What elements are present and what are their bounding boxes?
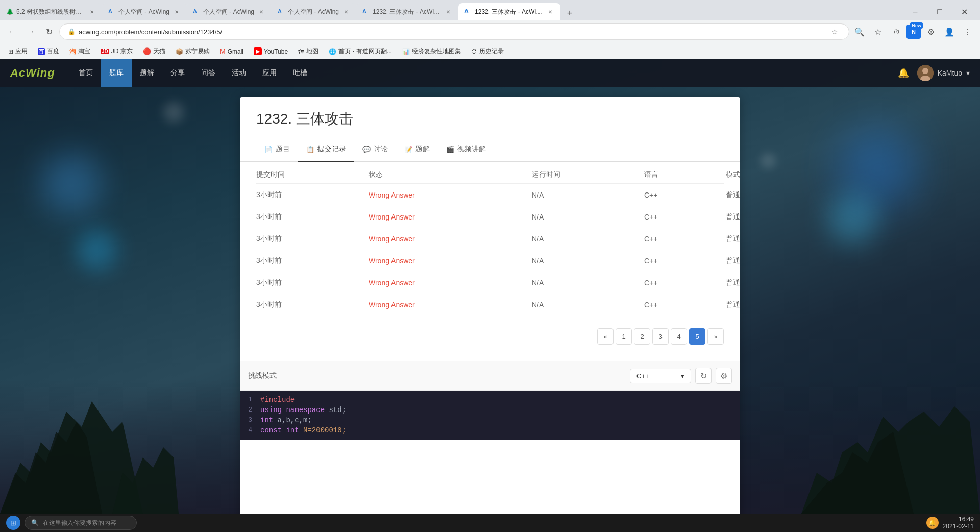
td-lang-5: C++ [644,301,726,309]
user-profile[interactable]: KaMtuo ▾ [917,65,970,81]
bookmark-youdao[interactable]: 🌐 首页 - 有道网页翻... [325,46,396,57]
tab-1[interactable]: 🌲 5.2 树状数组和线段树（习... ✕ [0,3,102,20]
td-status-3[interactable]: Wrong Answer [369,257,532,265]
nav-solutions[interactable]: 题解 [132,59,162,87]
bookmark-button[interactable]: ☆ [870,23,886,40]
page-1[interactable]: 1 [616,328,632,345]
tab-1-close[interactable]: ✕ [88,8,96,16]
tab-video[interactable]: 🎬 视频讲解 [438,137,494,162]
tab-problem[interactable]: 📄 题目 [256,137,298,162]
tab-3[interactable]: A 个人空间 - AcWing ✕ [187,3,272,20]
bookmark-suning[interactable]: 📦 苏宁易购 [172,46,214,57]
start-button[interactable]: ⊞ [6,516,20,530]
bookmark-gmail[interactable]: M Gmail [216,46,248,56]
minimize-button[interactable]: – [903,3,927,20]
tab-submissions-label: 提交记录 [317,144,346,154]
table-row[interactable]: 3小时前 Wrong Answer N/A C++ 普通 [256,206,724,228]
td-status-0[interactable]: Wrong Answer [369,191,532,199]
tab-4[interactable]: A 个人空间 - AcWing ✕ [272,3,356,20]
taskbar-time: 16:49 2021-02-11 [943,516,974,530]
tab-editorial[interactable]: 📝 题解 [396,137,438,162]
nav-qa[interactable]: 问答 [193,59,224,87]
submissions-table: 提交时间 状态 运行时间 语言 模式 3小时前 Wrong Answer N/A… [240,162,740,316]
nav-home[interactable]: 首页 [70,59,101,87]
acwing-logo[interactable]: AcWing [10,66,55,80]
bookmark-tianmao[interactable]: 🔴 天猫 [139,46,169,57]
td-status-4[interactable]: Wrong Answer [369,279,532,287]
nav-apps[interactable]: 应用 [254,59,285,87]
tab-2-close[interactable]: ✕ [173,8,181,16]
new-tab-button[interactable]: + [562,6,577,20]
tab-6-close[interactable]: ✕ [546,8,554,16]
bookmark-maps[interactable]: 🗺 地图 [294,46,323,57]
td-status-1[interactable]: Wrong Answer [369,213,532,221]
refresh-code-button[interactable]: ↻ [695,368,712,384]
th-lang: 语言 [644,170,726,179]
td-lang-2: C++ [644,235,726,243]
language-select[interactable]: C++ ▾ [630,369,691,383]
tab-5-close[interactable]: ✕ [444,8,452,16]
table-row[interactable]: 3小时前 Wrong Answer N/A C++ 普通 [256,272,724,294]
bookmark-star-icon[interactable]: ☆ [828,26,841,38]
page-next[interactable]: » [707,328,724,345]
page-4[interactable]: 4 [671,328,687,345]
page-3[interactable]: 3 [652,328,669,345]
notification-bell[interactable]: 🔔 [898,67,909,79]
address-input-container[interactable]: 🔒 acwing.com/problem/content/submission/… [59,23,849,40]
menu-button[interactable]: ⋮ [960,23,976,40]
tab-1-favicon: 🌲 [6,8,13,15]
page-prev[interactable]: « [597,328,614,345]
code-line: 4 const int N=2000010; [240,425,740,436]
search-button[interactable]: 🔍 [851,23,868,40]
table-row[interactable]: 3小时前 Wrong Answer N/A C++ 普通 [256,294,724,316]
refresh-button[interactable]: ↻ [41,23,57,40]
tab-submissions[interactable]: 📋 提交记录 [298,137,354,162]
code-token: N=2000010; [303,426,346,434]
pagination: « 1 2 3 4 5 » [240,316,740,357]
bookmark-history[interactable]: ⏱ 历史记录 [467,46,508,57]
table-row[interactable]: 3小时前 Wrong Answer N/A C++ 普通 [256,250,724,272]
atlas-icon: 📊 [402,48,410,55]
table-row[interactable]: 3小时前 Wrong Answer N/A C++ 普通 [256,184,724,206]
settings-code-button[interactable]: ⚙ [716,368,732,384]
code-editor[interactable]: 1 #include 2 using namespace std; 3 int … [240,391,740,440]
tab-2-favicon: A [108,8,115,15]
tab-3-close[interactable]: ✕ [257,8,265,16]
lang-select-arrow: ▾ [681,372,684,380]
bookmark-baidu[interactable]: 百 百度 [34,46,63,57]
tab-5[interactable]: A 1232. 三体攻击 - AcWing... ✕ [356,3,458,20]
nav-share[interactable]: 分享 [162,59,193,87]
bookmark-youtube[interactable]: ▶ YouTube [250,46,292,56]
nav-activity[interactable]: 活动 [224,59,254,87]
td-status-5[interactable]: Wrong Answer [369,301,532,309]
page-5[interactable]: 5 [689,328,705,345]
user-avatar [917,65,934,81]
maximize-button[interactable]: □ [928,3,951,20]
bookmark-taobao[interactable]: 淘 淘宝 [65,46,94,57]
tab-6-favicon: A [464,8,472,15]
youtube-icon: ▶ [254,47,262,55]
taskbar-search[interactable]: 🔍 在这里输入你要搜索的内容 [24,516,137,530]
back-button[interactable]: ← [4,23,20,40]
td-status-2[interactable]: Wrong Answer [369,235,532,243]
table-row[interactable]: 3小时前 Wrong Answer N/A C++ 普通 [256,228,724,250]
tab-4-close[interactable]: ✕ [342,8,350,16]
bookmark-atlas[interactable]: 📊 经济复杂性地图集 [398,46,465,57]
svg-point-6 [922,68,928,74]
tab-discussion[interactable]: 💬 讨论 [354,137,396,162]
tab-2[interactable]: A 个人空间 - AcWing ✕ [102,3,187,20]
bookmark-jd[interactable]: JD JD 京东 [96,46,137,57]
history-button[interactable]: ⏱ [888,23,904,40]
tab-discussion-label: 讨论 [374,144,388,154]
tab-6[interactable]: A 1232. 三体攻击 - AcWing题... ✕ [458,3,560,20]
taskbar-notification[interactable]: 🔔 [926,517,939,529]
nav-problems[interactable]: 题库 [101,59,132,87]
settings-button[interactable]: ⚙ [923,23,939,40]
nav-feedback[interactable]: 吐槽 [285,59,315,87]
close-button[interactable]: ✕ [952,3,976,20]
profile-button[interactable]: 👤 [941,23,958,40]
bookmark-apps[interactable]: ⊞ 应用 [4,46,32,57]
page-2[interactable]: 2 [634,328,650,345]
td-mode-5: 普通 [726,300,787,309]
forward-button[interactable]: → [22,23,39,40]
